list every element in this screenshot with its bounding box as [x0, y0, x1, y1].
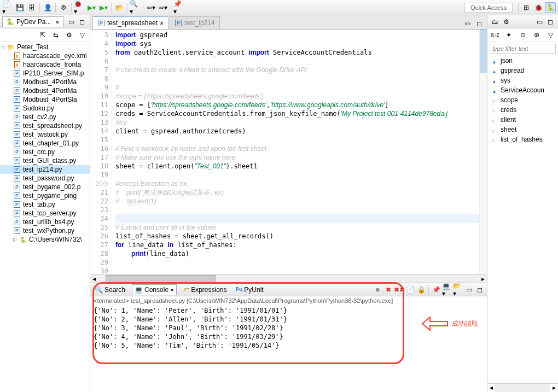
tab-console[interactable]: 💻Console ✕ — [132, 284, 177, 295]
file-Modbust_4PortMa[interactable]: Modbust_4PortMa — [0, 86, 90, 95]
tab-test-ip214[interactable]: test_ip214 — [170, 16, 219, 29]
file-test_tcp_server.py[interactable]: test_tcp_server.py — [0, 209, 90, 218]
hide-fields-icon[interactable]: ✦ — [503, 30, 514, 40]
max-icon[interactable]: ◻ — [475, 285, 485, 295]
outline-hscroll[interactable]: ◂ ▸ — [487, 383, 558, 392]
outline-creds[interactable]: creds — [487, 105, 558, 115]
pin-console-icon[interactable]: 📌 — [431, 285, 441, 295]
minimize-icon[interactable]: ▭ — [534, 16, 545, 27]
profile-icon[interactable]: 👤 — [42, 2, 53, 13]
tab-pyunit[interactable]: PuPyUnit — [234, 285, 266, 295]
file-Modbust_4PortMa[interactable]: Modbust_4PortMa — [0, 78, 90, 86]
new-dropdown[interactable]: 📄▾ — [2, 2, 13, 13]
file-test_wxPython.py[interactable]: test_wxPython.py — [0, 226, 90, 235]
minimize-icon[interactable]: ▭ — [66, 16, 77, 27]
file-test_ip214.py[interactable]: test_ip214.py — [0, 165, 90, 174]
tab-search[interactable]: 🔍Search — [92, 285, 127, 295]
maximize-icon[interactable]: ◻ — [545, 16, 556, 27]
view-menu-icon[interactable]: ▽ — [545, 30, 556, 40]
file-haarcascade_fronta[interactable]: haarcascade_fronta — [0, 60, 90, 69]
link-editor-icon[interactable]: ⇆ — [50, 30, 61, 40]
outline-view-icon[interactable]: 🗂 — [490, 16, 501, 27]
nav-prev-icon[interactable]: ⇦▾ — [146, 2, 156, 13]
clear-icon[interactable]: 📄 — [405, 285, 415, 295]
variable-icon — [492, 97, 498, 103]
file-C:\Users\WIN732\[interactable]: ▷🐍C:\Users\WIN732\ — [0, 235, 90, 244]
file-IP210_Server_SIM.p[interactable]: IP210_Server_SIM.p — [0, 69, 90, 78]
remove-all-icon[interactable]: ✖✖ — [394, 285, 404, 295]
code-area[interactable]: import gspread import sys from oauth2cli… — [112, 30, 479, 274]
remove-terminated-icon[interactable]: ✖ — [383, 285, 393, 295]
terminate-icon[interactable]: ■ — [373, 285, 382, 295]
file-test_urllib_bs4.py[interactable]: test_urllib_bs4.py — [0, 218, 90, 226]
file-test_pygame_ping[interactable]: test_pygame_ping — [0, 191, 90, 200]
file-Modbust_4PortSla[interactable]: Modbust_4PortSla — [0, 95, 90, 104]
outline-client[interactable]: client — [487, 115, 558, 125]
quick-access-input[interactable]: Quick Access — [464, 3, 513, 13]
nav-next-icon[interactable]: ⇨▾ — [158, 2, 168, 13]
perspective-debug-icon[interactable]: 🐞 — [533, 2, 544, 13]
close-icon[interactable]: ✕ — [160, 19, 164, 27]
editor-hscroll[interactable]: ◂ ▸ — [90, 274, 487, 283]
package-explorer-tab[interactable]: 🐍 PyDev Pa... ✕ — [2, 16, 63, 27]
display-console-icon[interactable]: 💻▾ — [442, 285, 452, 295]
file-test_cv2.py[interactable]: test_cv2.py — [0, 113, 90, 121]
maximize-icon[interactable]: ◻ — [77, 16, 88, 27]
file-test_twstock.py[interactable]: test_twstock.py — [0, 130, 90, 139]
open-console-icon[interactable]: 📂▾ — [453, 285, 463, 295]
file-test_spreadsheet.py[interactable]: test_spreadsheet.py — [0, 121, 90, 130]
scroll-lock-icon[interactable]: 🔒 — [416, 285, 426, 295]
minimize-icon[interactable]: ▭ — [462, 18, 473, 29]
perspective-open-icon[interactable]: ⊞ — [521, 2, 532, 13]
file-Sudoku.py[interactable]: Sudoku.py — [0, 104, 90, 113]
outline-sheet[interactable]: sheet — [487, 125, 558, 134]
save-button[interactable]: 💾 — [14, 2, 25, 13]
perspective-pydev-icon[interactable]: 🐍 — [545, 2, 556, 13]
outline-list_of_hashes[interactable]: list_of_hashes — [487, 134, 558, 144]
run-last-button[interactable]: ▶▾ — [98, 2, 109, 13]
collapse-all-icon[interactable]: ⇱ — [37, 30, 48, 40]
file-test_pygame_002.p[interactable]: test_pygame_002.p — [0, 183, 90, 191]
annotation-arrow: 成功讀取 — [421, 316, 478, 331]
python-file-icon — [13, 87, 21, 95]
hide-nonpublic-icon[interactable]: ⊙ — [518, 30, 528, 40]
filter-icon[interactable]: ⚙ — [63, 30, 74, 40]
outline-filter-input[interactable] — [490, 44, 556, 54]
project-root[interactable]: ▿ Peter_Test — [0, 43, 90, 51]
run-button[interactable]: ▶▾ — [86, 2, 97, 13]
search-icon[interactable]: 🔍▾ — [130, 2, 141, 13]
close-icon[interactable]: ✕ — [55, 18, 59, 26]
outline-panel: 🗂 ⚙ ▭ ◻ a↓z ✦ ⊙ ⊕ ▽ jsongspreadsysServic… — [487, 15, 558, 392]
debug-button[interactable]: 🐞▾ — [74, 2, 85, 13]
outline-sys[interactable]: sys — [487, 75, 558, 85]
tab-expressions[interactable]: x=Expressions — [181, 285, 229, 295]
outline-scope[interactable]: scope — [487, 95, 558, 105]
maximize-icon[interactable]: ◻ — [474, 18, 485, 29]
save-all-button[interactable]: 🗄 — [26, 2, 37, 13]
outline-filter-icon[interactable]: ⚙ — [501, 16, 512, 27]
close-icon[interactable]: ✕ — [170, 286, 174, 294]
code-editor[interactable]: 3 4 5 6 7 8 9 10 11 12 13 14 15 16 17 18… — [90, 30, 487, 274]
file-test_crc.py[interactable]: test_crc.py — [0, 148, 90, 156]
outline-gspread[interactable]: gspread — [487, 66, 558, 75]
pin-icon[interactable]: 📌▾ — [173, 2, 184, 13]
min-icon[interactable]: ▭ — [464, 285, 474, 295]
view-menu-icon[interactable]: ▽ — [77, 30, 88, 40]
python-file-icon — [13, 209, 21, 217]
overview-ruler[interactable] — [479, 30, 487, 274]
file-test_tab.py[interactable]: test_tab.py — [0, 200, 90, 209]
sort-icon[interactable]: a↓z — [490, 30, 500, 40]
outline-tree[interactable]: jsongspreadsysServiceAccounscopecredscli… — [487, 56, 558, 383]
project-tree[interactable]: ▿ Peter_Test haarcascade_eye.xmlhaarcasc… — [0, 42, 90, 392]
outline-json[interactable]: json — [487, 56, 558, 66]
open-type-icon[interactable]: 📂 — [114, 2, 125, 13]
file-test_chapter_01.py[interactable]: test_chapter_01.py — [0, 139, 90, 148]
file-test_GUI_class.py[interactable]: test_GUI_class.py — [0, 156, 90, 165]
debug-config-icon[interactable]: ⚙ — [58, 2, 69, 13]
file-haarcascade_eye.xml[interactable]: haarcascade_eye.xml — [0, 51, 90, 60]
outline-ServiceAccoun[interactable]: ServiceAccoun — [487, 85, 558, 95]
hide-static-icon[interactable]: ⊕ — [531, 30, 542, 40]
file-test_password.py[interactable]: test_password.py — [0, 174, 90, 183]
import-icon — [492, 57, 498, 64]
tab-test-spreadsheet[interactable]: test_spreadsheet ✕ — [92, 16, 168, 29]
